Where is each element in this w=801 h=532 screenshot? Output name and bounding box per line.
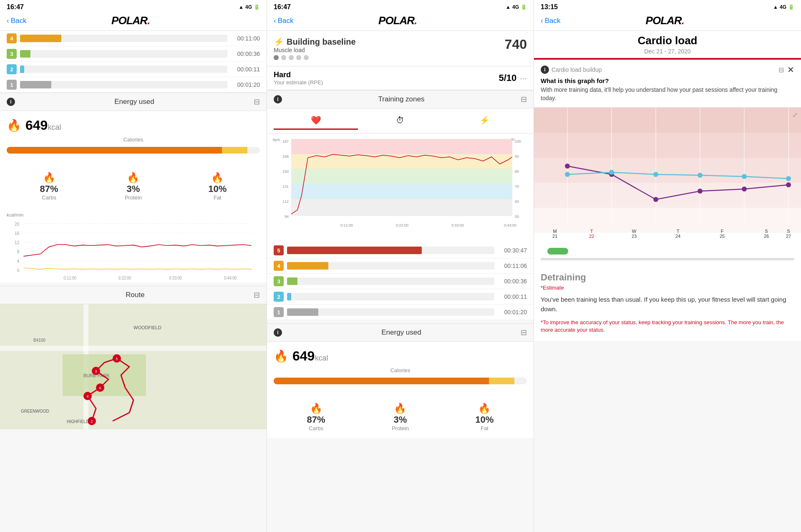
svg-text:4: 4 <box>17 258 20 264</box>
zone-badge-5-p2: 5 <box>274 245 284 255</box>
tz-tab-heart[interactable]: ❤️ <box>274 112 358 130</box>
rpe-label: Your estimate (RPE) <box>274 79 323 86</box>
macro-name-carbs-2: Carbs <box>307 425 325 431</box>
nav-bar-3: ‹ Back POLAR. <box>534 13 801 31</box>
energy-settings-icon-1[interactable]: ⊟ <box>254 97 260 106</box>
svg-text:150: 150 <box>282 169 289 174</box>
svg-text:20: 20 <box>15 221 19 227</box>
dot-1 <box>274 55 279 60</box>
detraining-note: *To improve the accuracy of your status,… <box>541 319 794 334</box>
bolt-icon-baseline: ⚡ <box>274 37 284 47</box>
energy-bar-yellow-1 <box>222 147 247 154</box>
zone-bar-fill-5-p2 <box>287 247 422 254</box>
zone-bar-fill-1-p1 <box>20 81 51 88</box>
zone-bar-1-p1 <box>20 81 227 88</box>
back-button-1[interactable]: ‹ Back <box>7 17 26 25</box>
tz-settings-icon[interactable]: ⊟ <box>521 95 527 104</box>
svg-text:T: T <box>590 229 593 234</box>
svg-text:131: 131 <box>282 184 289 189</box>
rpe-more-icon[interactable]: ··· <box>520 73 527 83</box>
helmet-icon: ⏱ <box>396 116 404 125</box>
flame-icon-2: 🔥 <box>274 349 288 363</box>
battery-icon-1: 🔋 <box>254 4 260 10</box>
status-time-3: 13:15 <box>541 3 558 11</box>
route-section-title-1: Route <box>17 291 254 299</box>
tz-tab-helmet[interactable]: ⏱ <box>358 112 442 130</box>
rpe-right: 5/10 ··· <box>499 73 527 83</box>
network-label-1: 4G <box>245 4 252 10</box>
macro-icon-carbs-1: 🔥 <box>40 172 58 184</box>
rpe-title: Hard <box>274 71 323 79</box>
tz-section-title: Training zones <box>282 95 521 103</box>
macro-fat-2: 🔥 10% Fat <box>475 403 494 431</box>
svg-text:0:33:00: 0:33:00 <box>451 223 464 227</box>
tz-info-icon[interactable]: i <box>274 95 282 103</box>
macro-carbs-1: 🔥 87% Carbs <box>40 172 58 201</box>
zone-bar-fill-4-p2 <box>287 262 328 270</box>
energy-row-2: 🔥 649kcal <box>274 348 527 364</box>
cardio-info-icon[interactable]: i <box>541 66 549 74</box>
back-button-3[interactable]: ‹ Back <box>541 17 560 25</box>
svg-text:187: 187 <box>282 139 289 144</box>
svg-text:3: 3 <box>95 369 97 373</box>
baseline-left: ⚡ Building baseline Muscle load <box>274 37 505 60</box>
route-section-header-1: Route ⊟ <box>0 286 267 304</box>
macro-pct-protein-1: 3% <box>125 184 142 194</box>
network-label-2: 4G <box>512 4 519 10</box>
svg-rect-63 <box>534 108 801 133</box>
energy-info-icon-1[interactable]: i <box>7 98 15 106</box>
zone-row-4-p2: 4 00:11:06 <box>267 258 534 274</box>
energy-info-icon-2[interactable]: i <box>274 328 282 337</box>
route-map-svg-1: BURE PARK B4100 WOODFIELD GREENWOOD HIGH… <box>0 304 267 429</box>
svg-text:94: 94 <box>285 214 289 219</box>
tz-chart-svg: 187 168 150 131 112 94 bpm 100 90 80 70 … <box>270 137 524 241</box>
energy-kcal-2: 649kcal <box>292 348 328 364</box>
svg-text:0:22:00: 0:22:00 <box>118 275 131 280</box>
svg-rect-39 <box>291 199 512 216</box>
settings-icon-3[interactable]: ⊟ <box>778 66 784 74</box>
expand-icon[interactable]: ⤢ <box>792 111 798 119</box>
close-icon-3[interactable]: ✕ <box>787 65 794 75</box>
svg-rect-65 <box>534 158 801 183</box>
zone-badge-3-p1: 3 <box>7 49 17 59</box>
status-icons-2: ▲ 4G 🔋 <box>506 4 527 10</box>
svg-text:21: 21 <box>552 234 557 239</box>
back-label-1: Back <box>11 17 27 25</box>
signal-icon-3: ▲ <box>773 4 778 10</box>
route-settings-icon-1[interactable]: ⊟ <box>254 290 260 300</box>
info-box-right: ⊟ ✕ <box>778 65 794 75</box>
svg-point-80 <box>565 172 570 177</box>
legend-bar <box>541 258 794 260</box>
macro-name-fat-1: Fat <box>208 194 227 201</box>
nav-bar-2: ‹ Back POLAR. <box>267 13 534 31</box>
zone-time-1-p2: 00:01:20 <box>498 309 527 315</box>
energy-settings-icon-2[interactable]: ⊟ <box>521 328 527 337</box>
back-button-2[interactable]: ‹ Back <box>274 17 293 25</box>
route-map-1: BURE PARK B4100 WOODFIELD GREENWOOD HIGH… <box>0 304 267 429</box>
svg-text:W: W <box>632 229 637 234</box>
detraining-note-text: To improve the accuracy of your status, … <box>541 319 784 333</box>
macro-pct-fat-1: 10% <box>208 184 227 194</box>
back-chevron-3: ‹ <box>541 17 543 25</box>
tz-tab-bolt[interactable]: ⚡ <box>443 112 527 130</box>
zone-bar-2-p2 <box>287 293 494 300</box>
svg-text:0:44:00: 0:44:00 <box>224 275 237 280</box>
status-bar-2: 16:47 ▲ 4G 🔋 <box>267 0 534 13</box>
macro-pct-carbs-1: 87% <box>40 184 58 194</box>
status-bar-1: 16:47 ▲ 4G 🔋 <box>0 0 267 13</box>
dot-4 <box>296 55 301 60</box>
energy-section-header-2: i Energy used ⊟ <box>267 323 534 342</box>
rpe-value: 5/10 <box>499 73 517 83</box>
svg-text:0:22:00: 0:22:00 <box>396 223 408 227</box>
svg-point-83 <box>698 173 703 178</box>
svg-text:25: 25 <box>720 234 725 239</box>
route-section-1: Route ⊟ BURE PARK B4100 WOODFIE <box>0 286 267 429</box>
dot-3 <box>289 55 294 60</box>
svg-rect-17 <box>0 346 267 351</box>
energy-bar-2 <box>274 378 527 384</box>
svg-rect-64 <box>534 133 801 158</box>
zone-badge-2-p2: 2 <box>274 292 284 302</box>
status-icons-3: ▲ 4G 🔋 <box>773 4 794 10</box>
baseline-section: ⚡ Building baseline Muscle load 740 <box>267 31 534 66</box>
panel3-content: Cardio load Dec 21 - 27, 2020 i Cardio l… <box>534 31 801 532</box>
